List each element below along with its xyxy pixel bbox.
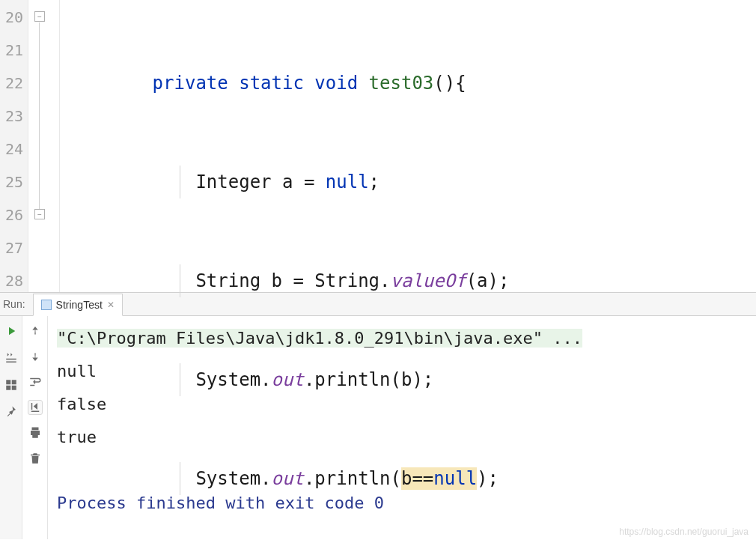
run-tab[interactable]: StringTest ✕	[33, 294, 123, 316]
code-content[interactable]: private static void test03(){ Integer a …	[60, 0, 756, 292]
code-line: private static void test03(){	[66, 67, 756, 100]
code-line: Integer a = null;	[66, 166, 756, 198]
line-number: 23	[0, 100, 23, 133]
code-text: );	[477, 468, 499, 489]
code-line: String b = String.valueOf(a);	[66, 264, 756, 297]
run-tab-label: StringTest	[56, 299, 103, 311]
keyword-null: null	[326, 172, 369, 192]
indent-guide	[180, 462, 180, 495]
run-config-icon	[41, 300, 52, 310]
line-number: 27	[0, 231, 23, 264]
rerun-button[interactable]	[4, 324, 19, 339]
line-number: 24	[0, 133, 23, 166]
static-field: out	[272, 369, 304, 390]
code-text: Integer a =	[66, 172, 326, 192]
line-number: 25	[0, 166, 23, 198]
trash-icon[interactable]	[28, 451, 43, 466]
highlighted-expression: b==null	[401, 467, 477, 490]
line-number: 20	[0, 1, 23, 34]
console-output[interactable]: "C:\Program Files\Java\jdk1.8.0_291\bin\…	[48, 316, 756, 539]
code-text: (){	[433, 73, 466, 94]
console-line: false	[57, 395, 106, 413]
close-icon[interactable]: ✕	[107, 300, 115, 310]
scroll-to-end-icon[interactable]	[28, 400, 43, 415]
console-command-line: "C:\Program Files\Java\jdk1.8.0_291\bin\…	[57, 329, 582, 348]
code-text: System.	[66, 369, 272, 390]
code-text: b==	[401, 468, 433, 489]
run-panel-body: "C:\Program Files\Java\jdk1.8.0_291\bin\…	[0, 316, 756, 539]
fold-guide	[39, 22, 40, 210]
line-number-gutter: 20 21 22 23 24 25 26 27 28	[0, 0, 28, 292]
line-number: 26	[0, 198, 23, 231]
code-text: .println(	[304, 468, 401, 489]
scroll-up-icon[interactable]	[28, 324, 43, 339]
line-number: 28	[0, 264, 23, 297]
keyword: private	[153, 73, 228, 94]
console-exit-line: Process finished with exit code 0	[57, 494, 384, 512]
keyword-null: null	[433, 468, 477, 489]
debug-actions-icon[interactable]	[4, 351, 19, 365]
console-line: true	[57, 428, 97, 446]
indent-guide	[180, 166, 180, 198]
run-outer-toolbar	[0, 316, 22, 539]
fold-toggle-icon[interactable]: −	[34, 11, 45, 22]
method-name: test03	[369, 73, 434, 94]
code-editor[interactable]: 20 21 22 23 24 25 26 27 28 − − private s…	[0, 0, 756, 292]
run-inner-toolbar	[22, 316, 48, 539]
line-number: 21	[0, 34, 23, 67]
keyword: void	[314, 73, 358, 94]
code-line: System.out.println(b);	[66, 363, 756, 396]
code-text: (a);	[466, 270, 510, 291]
static-method: valueOf	[390, 270, 466, 291]
code-line: System.out.println(b==null);	[66, 462, 756, 495]
keyword: static	[239, 73, 304, 94]
code-text: String b = String.	[66, 270, 390, 291]
pin-icon[interactable]	[4, 404, 19, 419]
static-field: out	[272, 468, 304, 489]
print-icon[interactable]	[28, 425, 43, 440]
soft-wrap-icon[interactable]	[28, 374, 43, 389]
scroll-down-icon[interactable]	[28, 349, 43, 364]
code-text: System.	[66, 468, 272, 489]
run-panel-label: Run:	[0, 298, 33, 310]
layout-settings-icon[interactable]	[4, 377, 19, 392]
line-number: 22	[0, 67, 23, 100]
fold-column: − −	[28, 0, 60, 292]
indent-guide	[180, 363, 180, 396]
fold-toggle-icon[interactable]: −	[34, 209, 45, 219]
code-text: .println(b);	[304, 369, 433, 390]
code-text: ;	[369, 172, 379, 192]
indent-guide	[180, 264, 180, 297]
watermark-text: https://blog.csdn.net/guorui_java	[619, 527, 749, 537]
